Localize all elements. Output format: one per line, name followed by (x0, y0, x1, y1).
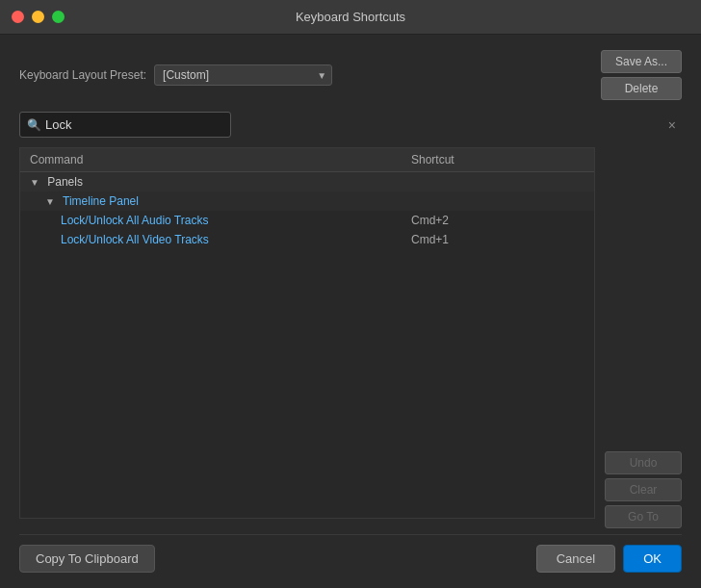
maximize-button[interactable] (52, 11, 65, 23)
table-row[interactable]: Lock/Unlock All Video Tracks Cmd+1 (20, 230, 594, 249)
cancel-button[interactable]: Cancel (536, 545, 615, 573)
preset-row: Keyboard Layout Preset: [Custom]DefaultA… (19, 50, 682, 100)
title-bar: Keyboard Shortcuts (0, 0, 701, 35)
clear-button[interactable]: Clear (605, 478, 682, 501)
search-input[interactable] (19, 112, 231, 138)
close-button[interactable] (12, 11, 24, 23)
preset-dropdown-wrapper: [Custom]DefaultAdobe Premiere Pro Defaul… (154, 64, 332, 86)
footer: Copy To Clipboard Cancel OK (19, 534, 682, 573)
column-command: Command (30, 153, 411, 166)
save-as-button[interactable]: Save As... (601, 50, 682, 73)
preset-dropdown[interactable]: [Custom]DefaultAdobe Premiere Pro Defaul… (154, 64, 332, 86)
side-buttons: Undo Clear Go To (605, 451, 682, 528)
expand-icon: ▼ (45, 196, 55, 207)
undo-button[interactable]: Undo (605, 451, 682, 474)
command-label: Lock/Unlock All Audio Tracks (61, 214, 208, 227)
minimize-button[interactable] (32, 11, 44, 23)
window-controls (12, 11, 65, 23)
footer-right: Cancel OK (536, 545, 682, 573)
table-header: Command Shortcut (20, 148, 594, 172)
preset-buttons: Save As... Delete (601, 50, 682, 100)
command-cell: Lock/Unlock All Video Tracks (30, 233, 411, 246)
column-shortcut: Shortcut (411, 153, 584, 166)
command-cell: Lock/Unlock All Audio Tracks (30, 214, 411, 227)
delete-button[interactable]: Delete (601, 77, 682, 100)
shortcut-cell: Cmd+2 (411, 214, 584, 227)
search-icon: 🔍 (27, 118, 41, 132)
table-row[interactable]: ▼ Panels (20, 172, 594, 192)
main-content: Keyboard Layout Preset: [Custom]DefaultA… (0, 35, 701, 588)
table-row[interactable]: ▼ Timeline Panel (20, 192, 594, 211)
ok-button[interactable]: OK (623, 545, 682, 573)
table-row[interactable]: Lock/Unlock All Audio Tracks Cmd+2 (20, 211, 594, 230)
expand-icon: ▼ (30, 177, 39, 188)
category-label: Panels (47, 175, 83, 189)
search-clear-button[interactable]: × (668, 118, 676, 132)
dialog-title: Keyboard Shortcuts (296, 10, 405, 24)
shortcuts-table: Command Shortcut ▼ Panels ▼ Timeline Pan… (19, 147, 595, 519)
command-label: Lock/Unlock All Video Tracks (61, 233, 209, 246)
shortcut-cell: Cmd+1 (411, 233, 584, 246)
copy-to-clipboard-button[interactable]: Copy To Clipboard (19, 545, 155, 573)
preset-label: Keyboard Layout Preset: (19, 68, 146, 82)
command-cell: ▼ Timeline Panel (30, 194, 411, 208)
command-cell: ▼ Panels (30, 175, 411, 189)
subcategory-label: Timeline Panel (63, 194, 139, 208)
preset-left: Keyboard Layout Preset: [Custom]DefaultA… (19, 64, 332, 86)
goto-button[interactable]: Go To (605, 505, 682, 528)
search-wrapper: 🔍 × (19, 112, 682, 138)
